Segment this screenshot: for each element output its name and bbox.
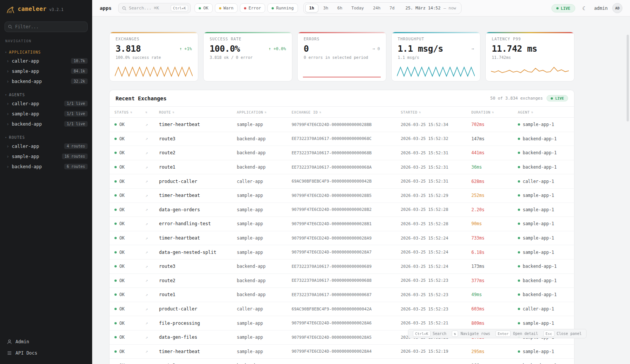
range-button-1h[interactable]: 1h [305,4,318,12]
status-label: OK [119,179,125,184]
open-detail-icon[interactable]: ↗ [145,307,159,312]
sidebar-item-sample-app[interactable]: ›sample-app16 routes [0,151,92,161]
open-detail-icon[interactable]: ↗ [145,165,159,170]
column-header-started[interactable]: STARTED⇅ [401,110,471,114]
agent-label: sample-app-1 [523,122,554,127]
sidebar-item-backend-app[interactable]: ›backend-app32.2k [0,76,92,86]
open-detail-icon[interactable]: ↗ [145,221,159,226]
open-detail-icon[interactable]: ↗ [145,236,159,241]
cell-started: 2026-03-25 15:52:24 [401,250,471,255]
table-row[interactable]: OK↗timer-heartbeatsample-app90799F47E6CD… [110,118,574,132]
open-detail-icon[interactable]: ↗ [145,278,159,283]
cell-duration: 173ms [471,264,518,269]
filter-chip-warn[interactable]: Warn [215,3,238,13]
filter-chip-error[interactable]: Error [240,3,265,13]
column-header-exchange_id[interactable]: EXCHANGE ID⇅ [292,110,401,114]
range-button-24h[interactable]: 24h [369,4,384,12]
sidebar-item-sample-app[interactable]: ›sample-app1/1 live [0,109,92,119]
agent-label: backend-app-1 [523,264,557,269]
open-detail-icon[interactable]: ↗ [145,321,159,326]
range-button-6h[interactable]: 6h [333,4,346,12]
column-header-route[interactable]: ROUTE⇅ [159,110,237,114]
table-row[interactable]: OK↗route2backend-appEE7322370A10617-0000… [110,146,574,160]
cell-started: 2026-03-25 15:52:19 [401,349,471,354]
table-row[interactable]: OK↗route2backend-appEE7322370A10617-0000… [110,274,574,288]
chevron-right-icon: › [6,69,9,74]
sidebar-item-caller-app[interactable]: ›caller-app10.7k [0,56,92,66]
cell-started: 2026-03-25 15:52:34 [401,122,471,127]
filter-input[interactable] [5,22,88,32]
scrollbar[interactable] [627,35,629,121]
table-row[interactable]: OK↗route1backend-appEE7322370A10617-0000… [110,160,574,175]
sidebar-item-admin[interactable]: Admin [5,336,88,347]
cell-route: route2 [159,278,237,283]
open-detail-icon[interactable]: ↗ [145,193,159,198]
agent-label: sample-app-1 [523,349,554,354]
cell-status: OK [114,164,145,170]
table-row[interactable]: OK↗data-gen-nested-splitsample-app90799F… [110,245,574,260]
column-header-open[interactable]: ⇅ [145,111,159,114]
column-header-duration[interactable]: DURATION⇅ [471,110,518,114]
section-header[interactable]: ▾APPLICATIONS [0,49,92,56]
cell-status: OK [114,150,145,155]
open-detail-icon[interactable]: ↗ [145,335,159,340]
cell-duration: 36ms [471,164,518,170]
table-row[interactable]: OK↗timer-heartbeatsample-app90799F47E6CD… [110,189,574,203]
table-row[interactable]: OK↗route3backend-appEE7322370A10617-0000… [110,359,574,364]
column-header-status[interactable]: STATUS⇅ [114,110,145,114]
column-header-agent[interactable]: AGENT⇅ [518,110,569,114]
range-button-today[interactable]: Today [347,4,368,12]
sidebar-item-backend-app[interactable]: ›backend-app6 routes [0,161,92,172]
status-dot-icon [244,7,246,9]
open-detail-icon[interactable]: ↗ [145,136,159,141]
open-detail-icon[interactable]: ↗ [145,292,159,297]
hint-label: Navigate rows [460,332,490,336]
open-detail-icon[interactable]: ↗ [145,264,159,269]
table-row[interactable]: OK↗error-handling-testsample-app90799F47… [110,217,574,231]
status-dot-icon [114,237,117,239]
table-row[interactable]: OK↗route3backend-appEE7322370A10617-0000… [110,260,574,274]
card-accent-bar [298,32,386,33]
table-row[interactable]: OK↗data-gen-orderssample-app90799F47E6CD… [110,203,574,217]
status-dot-icon [114,308,117,310]
sidebar-item-caller-app[interactable]: ›caller-app1/1 live [0,98,92,109]
section-header[interactable]: ▾AGENTS [0,91,92,98]
open-detail-icon[interactable]: ↗ [145,207,159,212]
camel-logo-icon [6,6,15,15]
table-row[interactable]: OK↗file-processingsample-app90799F47E6CD… [110,316,574,330]
table-row[interactable]: OK↗product-callercaller-app69AC90BF8EBC4… [110,302,574,316]
theme-toggle-button[interactable]: ☾ [580,3,590,13]
global-search[interactable]: Ctrl+K [118,3,191,13]
column-header-application[interactable]: APPLICATION⇅ [237,110,292,114]
app-logo[interactable]: cameleer v3.2.1 [0,0,92,18]
sidebar-item-label: sample-app [12,154,39,159]
avatar[interactable]: AD [612,3,622,13]
sidebar-item-label: backend-app [12,121,42,127]
open-detail-icon[interactable]: ↗ [145,349,159,354]
open-detail-icon[interactable]: ↗ [145,151,159,155]
range-button-7d[interactable]: 7d [385,4,398,12]
table-row[interactable]: OK↗product-callercaller-app69AC90BF8EBC4… [110,174,574,189]
sidebar-item-sample-app[interactable]: ›sample-app84.1k [0,66,92,76]
chevron-right-icon: › [6,144,9,149]
sidebar-item-label: caller-app [12,144,39,149]
filter-chip-running[interactable]: Running [267,3,298,13]
open-detail-icon[interactable]: ↗ [145,250,159,255]
sidebar-item-backend-app[interactable]: ›backend-app1/1 live [0,119,92,129]
table-row[interactable]: OK↗timer-heartbeatsample-app90799F47E6CD… [110,345,574,359]
cell-agent: sample-app-1 [518,349,569,354]
open-detail-icon[interactable]: ↗ [145,179,159,184]
table-row[interactable]: OK↗route1backend-appEE7322370A10617-0000… [110,288,574,302]
range-button-3h[interactable]: 3h [319,4,332,12]
cell-application: sample-app [237,235,292,241]
sidebar-item-api-docs[interactable]: API Docs [5,347,88,359]
cell-started: 2026-03-25 15:52:28 [401,207,471,212]
table-row[interactable]: OK↗timer-heartbeatsample-app90799F47E6CD… [110,231,574,246]
cell-exchange-id: 90799F47E6CD24D-00000000000028A9 [292,236,401,241]
search-input[interactable] [129,6,168,11]
filter-chip-ok[interactable]: OK [195,3,212,13]
open-detail-icon[interactable]: ↗ [145,122,159,127]
table-row[interactable]: OK↗route3backend-appEE7322370A10617-0000… [110,132,574,146]
sidebar-item-caller-app[interactable]: ›caller-app4 routes [0,141,92,151]
section-header[interactable]: ▾ROUTES [0,134,92,141]
